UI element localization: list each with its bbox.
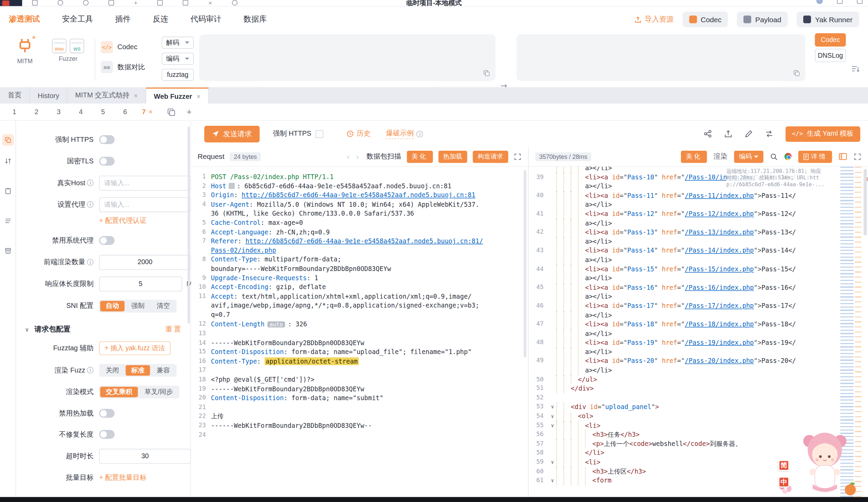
disable-sys-proxy-toggle[interactable] bbox=[99, 236, 114, 245]
save-group-icon[interactable] bbox=[167, 108, 176, 116]
globe-icon[interactable] bbox=[816, 0, 823, 4]
insert-fuzz-syntax-button[interactable]: + 插入 yak.fuzz 语法 bbox=[99, 341, 170, 355]
fuzzer-card[interactable]: Web WS Fuzzer bbox=[46, 39, 90, 62]
window-icon[interactable] bbox=[183, 0, 188, 6]
seq-tab-4[interactable]: 4 bbox=[70, 108, 92, 116]
request-scrollbar[interactable] bbox=[524, 170, 527, 358]
proxy-input[interactable] bbox=[99, 197, 191, 212]
menu-tab-pentest[interactable]: 渗透测试 bbox=[9, 14, 40, 24]
reset-link[interactable]: 重置 bbox=[166, 324, 183, 334]
edit-icon[interactable] bbox=[744, 130, 753, 138]
seq-tab-7-active[interactable]: 7× bbox=[136, 108, 158, 116]
fullscreen-icon[interactable] bbox=[514, 153, 521, 161]
maximize-icon[interactable] bbox=[857, 0, 862, 4]
seq-tab-6[interactable]: 6 bbox=[114, 108, 136, 116]
codec-output-area[interactable] bbox=[517, 34, 806, 81]
cross-product-option[interactable]: 交叉乘积 bbox=[100, 386, 138, 397]
download-icon[interactable] bbox=[108, 0, 114, 6]
render-fuzz-off-option[interactable]: 关闭 bbox=[100, 365, 124, 375]
menu-tab-reverse[interactable]: 反连 bbox=[153, 14, 168, 24]
request-config-section[interactable]: ∨ 请求包配置 重置 bbox=[16, 321, 190, 337]
search-icon[interactable] bbox=[770, 153, 778, 161]
packet-scan-menu[interactable]: 数据包扫描 bbox=[366, 152, 401, 161]
swap-icon[interactable] bbox=[765, 130, 773, 138]
tray-download-icon[interactable] bbox=[837, 0, 843, 4]
tab-mitm[interactable]: MITM 交互式劫持× bbox=[68, 88, 146, 103]
apps-grid-icon[interactable] bbox=[32, 0, 38, 6]
clipboard-icon[interactable] bbox=[2, 185, 14, 197]
list-icon[interactable] bbox=[2, 215, 14, 227]
copy-icon[interactable] bbox=[483, 70, 490, 76]
build-request-button[interactable]: 构造请求 bbox=[473, 150, 508, 163]
timeout-input[interactable] bbox=[99, 449, 191, 464]
blast-example-link[interactable]: 爆破示例 bbox=[386, 129, 414, 139]
body-limit-input[interactable] bbox=[99, 276, 182, 291]
no-fix-length-toggle[interactable] bbox=[99, 430, 114, 439]
detail-button[interactable]: 详情 bbox=[798, 150, 832, 163]
sni-clear-option[interactable]: 清空 bbox=[151, 301, 176, 311]
sort-lines-icon[interactable] bbox=[851, 64, 860, 73]
hotload-button[interactable]: 热加载 bbox=[438, 150, 467, 163]
configure-proxy-auth-link[interactable]: + 配置代理认证 bbox=[99, 216, 146, 225]
render-fuzz-compat-option[interactable]: 兼容 bbox=[151, 365, 176, 375]
sni-force-option[interactable]: 强制 bbox=[126, 301, 150, 311]
notification-icon[interactable] bbox=[83, 0, 89, 6]
layout-panel-icon[interactable] bbox=[839, 153, 847, 160]
seq-tab-3[interactable]: 3 bbox=[48, 108, 70, 116]
chat-icon[interactable] bbox=[157, 0, 163, 6]
tab-home[interactable]: 首页 bbox=[0, 88, 30, 103]
tab-web-fuzzer[interactable]: Web Fuzzer× bbox=[146, 88, 209, 103]
yak-runner-button[interactable]: Yak Runner bbox=[797, 12, 859, 27]
dnslog-button[interactable]: DNSLog bbox=[815, 49, 846, 62]
real-host-input[interactable] bbox=[99, 175, 191, 190]
render-fuzz-standard-option[interactable]: 标准 bbox=[126, 365, 150, 375]
web-fuzzer-icon[interactable]: Web bbox=[52, 39, 66, 53]
beautify-button[interactable]: 美化 bbox=[407, 150, 433, 163]
close-icon[interactable]: × bbox=[197, 92, 200, 100]
encode-select[interactable]: 编码 bbox=[162, 53, 194, 65]
seq-tab-1[interactable]: 1 bbox=[3, 108, 25, 116]
tab-history[interactable]: History bbox=[30, 88, 68, 103]
data-compare-entry[interactable]: ≡≡ 数据对比 bbox=[101, 61, 145, 73]
avatar-icon[interactable] bbox=[58, 0, 63, 6]
add-sequence-icon[interactable]: + bbox=[186, 107, 192, 117]
codec-button[interactable]: Codec bbox=[683, 12, 728, 27]
seq-tab-5[interactable]: 5 bbox=[92, 108, 114, 116]
prev-icon[interactable]: ‹ bbox=[347, 153, 350, 161]
beautify-button[interactable]: 美化 bbox=[681, 150, 707, 163]
close-icon[interactable]: × bbox=[134, 92, 138, 99]
swap-vertical-icon[interactable] bbox=[2, 155, 14, 167]
generate-yaml-button[interactable]: </> 生成 Yaml 模板 bbox=[785, 126, 860, 141]
disable-hotload-toggle[interactable] bbox=[99, 409, 114, 418]
ws-fuzzer-icon[interactable]: WS bbox=[70, 39, 84, 53]
render-count-input[interactable] bbox=[99, 254, 191, 270]
encode-dropdown[interactable]: 编码 bbox=[734, 150, 764, 163]
menu-tab-sectools[interactable]: 安全工具 bbox=[62, 14, 93, 24]
fuzztag-button[interactable]: fuzztag bbox=[162, 69, 194, 81]
seq-tab-2[interactable]: 2 bbox=[25, 108, 48, 116]
decode-select[interactable]: 解码 bbox=[162, 37, 194, 49]
mitm-card[interactable]: × MITM bbox=[9, 37, 41, 64]
request-editor[interactable]: 1POST /Pass-02/index.php HTTP/1.12Host: … bbox=[191, 167, 528, 440]
share-icon[interactable] bbox=[703, 130, 712, 138]
import-resource-link[interactable]: 导入资源 bbox=[634, 14, 673, 24]
info-icon[interactable] bbox=[232, 0, 237, 6]
config-scrollbar[interactable] bbox=[188, 127, 190, 324]
force-https-toggle[interactable] bbox=[99, 135, 114, 144]
sni-auto-option[interactable]: 自动 bbox=[100, 301, 124, 311]
response-scrollbar[interactable] bbox=[864, 169, 867, 236]
next-icon[interactable]: › bbox=[356, 153, 359, 161]
menu-tab-code-audit[interactable]: 代码审计 bbox=[190, 14, 221, 24]
history-link[interactable]: 历史 bbox=[347, 129, 371, 139]
fullscreen-icon[interactable] bbox=[854, 153, 861, 161]
export-icon[interactable] bbox=[724, 130, 732, 138]
archive-icon[interactable] bbox=[2, 245, 14, 257]
gm-tls-toggle[interactable] bbox=[99, 157, 114, 166]
force-https-checkbox[interactable] bbox=[316, 130, 324, 138]
chrome-icon[interactable] bbox=[784, 153, 792, 160]
codec-entry[interactable]: </> Codec bbox=[101, 41, 137, 53]
copy-icon[interactable] bbox=[793, 70, 800, 76]
render-button[interactable]: 渲染 bbox=[714, 152, 728, 161]
payload-button[interactable]: Payload bbox=[737, 12, 788, 27]
menu-tab-database[interactable]: 数据库 bbox=[244, 14, 267, 24]
